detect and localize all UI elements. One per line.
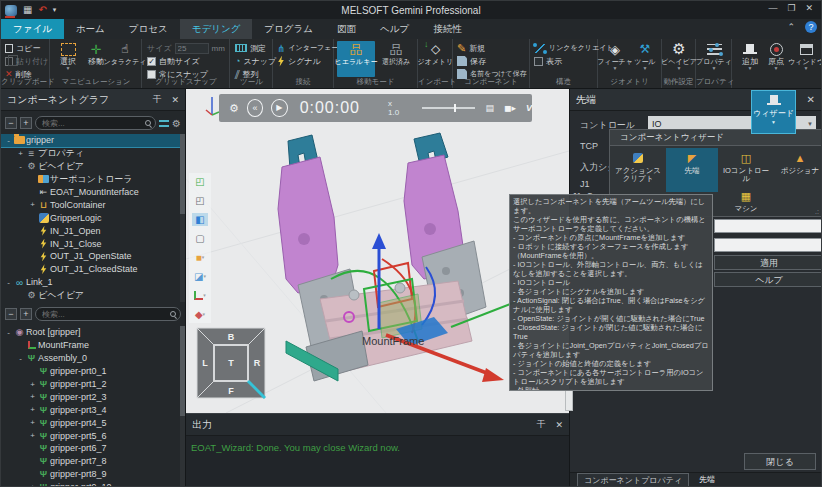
joint-open-field[interactable]	[714, 219, 822, 233]
collapse-icon[interactable]: -	[4, 328, 13, 337]
tree1-scrollbar[interactable]	[180, 134, 185, 302]
tab-home[interactable]: ホーム	[64, 19, 117, 39]
import-geometry-button[interactable]: ◇ジオメトリ	[419, 41, 452, 77]
graph-settings-icon[interactable]: ⚙	[172, 118, 181, 129]
tree-item-ビヘイビア[interactable]: -ビヘイビア	[1, 160, 180, 173]
properties-button[interactable]: プロパティ▼	[698, 41, 730, 77]
tree-item-サーボコントローラ[interactable]: サーボコントローラ	[1, 173, 180, 186]
origin-button[interactable]: 原点▼	[764, 41, 788, 77]
fit-view-icon[interactable]: ◰	[192, 175, 208, 188]
selected-mode-button[interactable]: 品選択済み	[377, 41, 415, 77]
tree-item-gripper-prt5_6[interactable]: +gripper-prt5_6	[1, 429, 180, 442]
output-close-icon[interactable]: ✕	[555, 420, 563, 430]
rewind-button[interactable]: «	[247, 99, 263, 117]
tree-item-gripper-prt0_1[interactable]: gripper-prt0_1	[1, 365, 180, 378]
tab-modeling[interactable]: モデリング	[180, 19, 253, 39]
auto-size-checkbox[interactable]: ✓	[147, 57, 156, 66]
paste-button[interactable]: 貼り付け	[5, 55, 48, 67]
pin-icon[interactable]: 干	[152, 93, 161, 106]
expand-icon[interactable]: +	[16, 149, 25, 158]
wizard-button[interactable]: ウィザード ▼	[751, 90, 796, 134]
expand-icon[interactable]: +	[28, 200, 37, 209]
projection-icon[interactable]: ◧	[192, 213, 208, 226]
solid-cube-icon[interactable]: ■▾	[192, 251, 208, 264]
graph-search-box[interactable]	[35, 116, 156, 130]
render-cube-icon[interactable]: ▢	[192, 232, 208, 245]
close-button[interactable]: ✕	[805, 3, 813, 13]
joint-closed-field[interactable]	[714, 238, 822, 252]
collapse-all-button-2[interactable]: −	[5, 308, 17, 320]
tree-item-Assembly_0[interactable]: -Assembly_0	[1, 352, 180, 365]
nav-back[interactable]: B	[228, 332, 235, 342]
feature-button[interactable]: ◈フィーチャ▼	[600, 41, 630, 77]
maximize-button[interactable]: ❐	[787, 3, 795, 13]
collapse-icon[interactable]: -	[4, 136, 13, 145]
snap-button[interactable]: ◔スナップ	[235, 55, 276, 67]
collapse-ribbon-icon[interactable]: ⌃	[787, 22, 795, 32]
expand-icon[interactable]: +	[28, 392, 37, 401]
speed-slider[interactable]	[422, 107, 476, 109]
tree-item-IN_J1_Close[interactable]: IN_J1_Close	[1, 237, 180, 250]
grid-size-input[interactable]	[175, 43, 209, 54]
pl​ane-view-icon[interactable]: ◪▾	[192, 270, 208, 283]
hierarchy-button[interactable]: 品ヒエラルキー	[337, 41, 375, 77]
tree-item-IN_J1_Open[interactable]: IN_J1_Open	[1, 224, 180, 237]
tree-item-gripper-prt3_4[interactable]: +gripper-prt3_4	[1, 403, 180, 416]
filter-icon[interactable]	[159, 120, 169, 127]
tree-item-ビヘイビア[interactable]: ビヘイビア	[1, 289, 180, 302]
help-button[interactable]: ヘルプ	[714, 272, 822, 287]
menu-item-positioner[interactable]: ▲ポジショナ	[774, 148, 822, 192]
save-component-button[interactable]: 保存	[457, 55, 486, 67]
record-video-icon[interactable]: ◼▸	[504, 103, 516, 113]
menu-item-machine[interactable]: ▦マシン	[720, 186, 772, 216]
nav-top[interactable]: T	[228, 358, 234, 368]
close-panel-icon[interactable]: ✕	[171, 95, 179, 105]
collapse-icon[interactable]: -	[16, 354, 25, 363]
expand-icon[interactable]: +	[28, 431, 37, 440]
playback-settings-icon[interactable]: ⚙	[229, 102, 239, 115]
tree-item-OUT_J1_OpenState[interactable]: OUT_J1_OpenState	[1, 250, 180, 263]
measure-button[interactable]: 測定	[235, 42, 266, 54]
tip-panel-close-icon[interactable]: ✕	[807, 94, 815, 105]
signal-button[interactable]: シグナル	[277, 55, 321, 67]
tree-item-gripper-prt4_5[interactable]: +gripper-prt4_5	[1, 416, 180, 429]
tree-item-Root [gripper][interactable]: -Root [gripper]	[1, 326, 180, 339]
expand-icon[interactable]: +	[28, 483, 37, 487]
expand-icon[interactable]: +	[28, 418, 37, 427]
tree-item-OUT_J1_ClosedState[interactable]: OUT_J1_ClosedState	[1, 263, 180, 276]
minimize-button[interactable]: —	[768, 3, 777, 13]
navigation-cube[interactable]: B L T R F	[196, 327, 266, 399]
tree-item-gripper-prt9_10[interactable]: +gripper-prt9_10	[1, 481, 180, 487]
tab-tip[interactable]: 先端	[693, 473, 721, 486]
save-icon[interactable]: ▦	[23, 5, 32, 15]
output-pin-icon[interactable]: 干	[536, 418, 545, 431]
nav-front[interactable]: F	[228, 386, 234, 396]
add-button[interactable]: 追加▼	[738, 41, 762, 77]
collapse-icon[interactable]: -	[4, 278, 13, 287]
tab-help[interactable]: ヘルプ	[368, 19, 421, 39]
tree-item-Link_1[interactable]: -Link_1	[1, 276, 180, 289]
behavior-button[interactable]: ⚙ビヘイビア▼	[663, 41, 695, 77]
expand-icon[interactable]: +	[28, 405, 37, 414]
tree-item-GripperLogic[interactable]: GripperLogic	[1, 211, 180, 224]
menu-resize-grip[interactable]: .:	[815, 208, 819, 215]
tab-connectivity[interactable]: 接続性	[421, 19, 474, 39]
copy-button[interactable]: コピー	[5, 42, 40, 54]
collapse-icon[interactable]: -	[16, 162, 25, 171]
report-icon[interactable]: ▤	[485, 103, 494, 113]
tab-file[interactable]: ファイル	[1, 19, 64, 39]
expand-all-button[interactable]: +	[20, 117, 32, 129]
window-layout-button[interactable]: ウィンドウ▼	[791, 41, 821, 77]
menu-item-action-script[interactable]: アクションスクリプト	[612, 148, 664, 192]
graph-search-input[interactable]	[36, 119, 139, 128]
close-wizard-button[interactable]: 閉じる	[744, 453, 816, 470]
expand-all-button-2[interactable]: +	[20, 308, 32, 320]
tab-component-properties[interactable]: コンポーネントプロパティ	[577, 473, 689, 486]
panel-scrollbar[interactable]	[565, 389, 573, 411]
tree-item-gripper-prt8_9[interactable]: gripper-prt8_9	[1, 468, 180, 481]
show-checkbox[interactable]	[534, 57, 543, 66]
interactive-button[interactable]: ☝インタラクティブ	[107, 41, 143, 77]
help-icon[interactable]: ?	[805, 21, 817, 33]
undo-icon[interactable]: ↶	[38, 5, 46, 15]
apply-button[interactable]: 適用	[714, 255, 822, 270]
